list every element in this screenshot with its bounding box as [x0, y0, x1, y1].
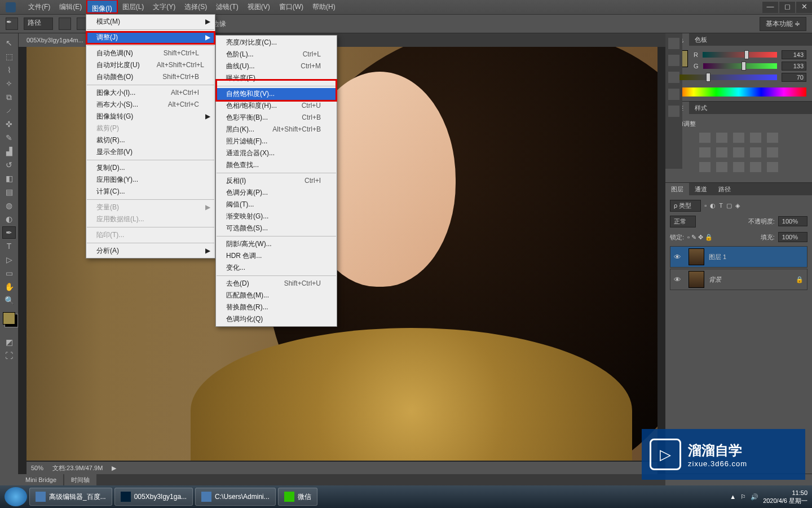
opacity-value[interactable]: 100% [778, 216, 807, 226]
menu-item[interactable]: 复制(D)... [86, 162, 215, 174]
character-icon[interactable] [668, 106, 679, 117]
menu-item[interactable]: 分析(A)▶ [86, 245, 215, 257]
adj-colorbal-icon[interactable] [716, 147, 727, 157]
screenmode-toggle[interactable]: ⛶ [2, 349, 16, 362]
tray-icon[interactable]: ⚐ [740, 493, 746, 501]
menu-item[interactable]: 黑白(K)...Alt+Shift+Ctrl+B [216, 124, 337, 135]
menu-item[interactable]: 裁切(R)... [86, 134, 215, 146]
quickmask-toggle[interactable]: ◩ [2, 336, 16, 348]
menu-item[interactable]: HDR 色调... [216, 250, 337, 262]
shape-tool[interactable]: ▭ [2, 267, 16, 279]
zoom-tool[interactable]: 🔍 [2, 294, 16, 306]
crop-tool[interactable]: ⧉ [2, 91, 16, 103]
start-button[interactable] [5, 487, 27, 506]
menu-select[interactable]: 选择(S) [180, 0, 211, 14]
menu-item[interactable]: 画布大小(S)...Alt+Ctrl+C [86, 99, 215, 111]
menu-layer[interactable]: 图层(L) [118, 0, 149, 14]
g-slider[interactable] [703, 63, 777, 69]
menu-file[interactable]: 文件(F) [24, 0, 55, 14]
menu-item[interactable]: 色调分离(P)... [216, 187, 337, 199]
lasso-tool[interactable]: ⌇ [2, 64, 16, 76]
taskbar-item[interactable]: C:\Users\Admini... [195, 488, 276, 506]
b-input[interactable] [782, 73, 806, 82]
brush-tool[interactable]: ✎ [2, 132, 16, 144]
properties-icon[interactable] [668, 72, 679, 83]
move-tool[interactable]: ↖ [2, 37, 16, 49]
channels-tab[interactable]: 通道 [689, 183, 713, 195]
menu-item[interactable]: 自然饱和度(V)... [216, 88, 337, 100]
path-mode-dropdown[interactable]: 路径 [24, 17, 53, 30]
timeline-tab[interactable]: 时间轴 [64, 474, 96, 485]
blend-mode-dropdown[interactable]: 正常 [670, 216, 696, 227]
menu-item[interactable]: 自动对比度(U)Alt+Shift+Ctrl+L [86, 59, 215, 71]
menu-item[interactable]: 曝光度(E)... [216, 72, 337, 84]
menu-item[interactable]: 色阶(L)...Ctrl+L [216, 49, 337, 60]
menu-item[interactable]: 变化... [216, 262, 337, 274]
adj-photo-icon[interactable] [750, 147, 761, 157]
blur-tool[interactable]: ◍ [2, 199, 16, 212]
menu-window[interactable]: 窗口(W) [275, 0, 308, 14]
styles-tab[interactable]: 样式 [689, 102, 713, 114]
visibility-toggle[interactable]: 👁 [670, 275, 684, 284]
adj-mixer-icon[interactable] [767, 147, 778, 157]
menu-type[interactable]: 文字(Y) [148, 0, 180, 14]
system-tray[interactable]: ▲ ⚐ 🔊 11:502020/4/6 星期一 [730, 489, 807, 505]
brush-panel-icon[interactable] [668, 89, 679, 100]
adj-invert-icon[interactable] [699, 162, 710, 172]
adj-gradient-icon[interactable] [750, 162, 761, 172]
layer-filter-dropdown[interactable]: ρ 类型 [670, 200, 701, 212]
dodge-tool[interactable]: ◐ [2, 213, 16, 225]
layer-thumbnail[interactable] [689, 248, 704, 265]
layer-row[interactable]: 👁 背景 🔒 [670, 269, 807, 290]
pen-tool-icon[interactable]: ✒ [6, 17, 18, 30]
tray-icon[interactable]: ▲ [730, 493, 736, 500]
path-op-icon[interactable] [59, 17, 71, 30]
menu-item[interactable]: 可选颜色(S)... [216, 222, 337, 234]
tray-icon[interactable]: 🔊 [751, 493, 758, 501]
menu-item[interactable]: 应用图像(Y)... [86, 174, 215, 186]
menu-item[interactable]: 照片滤镜(F)... [216, 135, 337, 147]
minibridge-tab[interactable]: Mini Bridge [19, 474, 63, 485]
document-tab[interactable]: 005Xby3Igy1ga4m... [19, 33, 92, 47]
adj-brightness-icon[interactable] [699, 133, 710, 143]
hand-tool[interactable]: ✋ [2, 281, 16, 293]
zoom-level[interactable]: 50% [31, 465, 43, 471]
gradient-tool[interactable]: ▤ [2, 186, 16, 198]
b-slider[interactable] [679, 75, 777, 80]
menu-item[interactable]: 色调均化(Q) [216, 313, 337, 325]
layers-tab[interactable]: 图层 [665, 183, 689, 195]
menu-edit[interactable]: 编辑(E) [55, 0, 86, 14]
menu-item[interactable]: 曲线(U)...Ctrl+M [216, 60, 337, 72]
adj-levels-icon[interactable] [716, 133, 727, 143]
adj-selective-icon[interactable] [767, 162, 778, 172]
adj-threshold-icon[interactable] [733, 162, 744, 172]
actions-icon[interactable] [668, 55, 679, 66]
adj-bw-icon[interactable] [733, 147, 744, 157]
menu-item[interactable]: 计算(C)... [86, 186, 215, 198]
menu-item[interactable]: 通道混合器(X)... [216, 147, 337, 159]
menu-item[interactable]: 阈值(T)... [216, 199, 337, 211]
maximize-button[interactable]: ◻ [779, 2, 795, 13]
visibility-toggle[interactable]: 👁 [670, 253, 684, 261]
r-input[interactable] [782, 50, 806, 59]
swatches-tab[interactable]: 色板 [689, 33, 713, 46]
layer-thumbnail[interactable] [689, 271, 704, 288]
menu-item[interactable]: 图像旋转(G)▶ [86, 111, 215, 122]
paths-tab[interactable]: 路径 [713, 183, 736, 195]
eyedropper-tool[interactable]: ⟋ [2, 104, 16, 117]
taskbar-item[interactable]: 高级编辑器_百度... [29, 488, 112, 506]
layer-row[interactable]: 👁 图层 1 [670, 246, 807, 268]
menu-item[interactable]: 模式(M)▶ [86, 16, 215, 28]
adj-curves-icon[interactable] [733, 133, 744, 143]
foreground-swatch[interactable] [3, 312, 15, 325]
adj-poster-icon[interactable] [716, 162, 727, 172]
wand-tool[interactable]: ✧ [2, 77, 16, 90]
menu-item[interactable]: 色彩平衡(B)...Ctrl+B [216, 112, 337, 124]
close-button[interactable]: ✕ [796, 2, 812, 13]
minimize-button[interactable]: — [762, 2, 778, 13]
r-slider[interactable] [703, 52, 777, 58]
menu-item[interactable]: 去色(D)Shift+Ctrl+U [216, 278, 337, 290]
menu-item[interactable]: 反相(I)Ctrl+I [216, 175, 337, 187]
g-input[interactable] [782, 62, 806, 71]
layer-name[interactable]: 图层 1 [709, 253, 807, 261]
